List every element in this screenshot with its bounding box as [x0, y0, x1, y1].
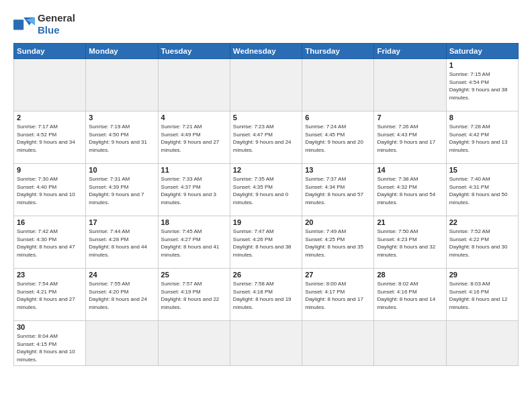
day-info: Sunrise: 7:19 AMSunset: 4:50 PMDaylight:…: [89, 123, 154, 154]
day-info: Sunrise: 7:24 AMSunset: 4:45 PMDaylight:…: [305, 123, 371, 154]
day-number: 10: [89, 166, 154, 174]
general-blue-icon: [13, 15, 35, 34]
calendar-day-cell: [374, 59, 446, 111]
day-info: Sunrise: 7:30 AMSunset: 4:40 PMDaylight:…: [17, 175, 83, 206]
day-info: Sunrise: 7:23 AMSunset: 4:47 PMDaylight:…: [233, 123, 299, 154]
day-info: Sunrise: 7:31 AMSunset: 4:39 PMDaylight:…: [89, 175, 154, 206]
day-number: 4: [161, 113, 227, 122]
calendar-day-cell: 6Sunrise: 7:24 AMSunset: 4:45 PMDaylight…: [302, 111, 374, 164]
calendar-day-cell: 17Sunrise: 7:44 AMSunset: 4:28 PMDayligh…: [86, 216, 158, 269]
day-number: 30: [17, 323, 83, 331]
calendar-day-cell: 14Sunrise: 7:38 AMSunset: 4:32 PMDayligh…: [374, 164, 446, 216]
calendar-day-cell: 18Sunrise: 7:45 AMSunset: 4:27 PMDayligh…: [158, 216, 230, 269]
day-info: Sunrise: 7:33 AMSunset: 4:37 PMDaylight:…: [161, 175, 227, 206]
calendar-day-cell: 8Sunrise: 7:28 AMSunset: 4:42 PMDaylight…: [446, 111, 518, 164]
calendar-day-cell: 9Sunrise: 7:30 AMSunset: 4:40 PMDaylight…: [14, 164, 86, 216]
calendar-day-cell: [158, 59, 230, 111]
calendar-day-cell: 10Sunrise: 7:31 AMSunset: 4:39 PMDayligh…: [86, 164, 158, 216]
day-number: 23: [17, 271, 83, 279]
weekday-header-cell: Tuesday: [158, 44, 230, 59]
day-number: 7: [377, 113, 443, 122]
calendar-day-cell: 1Sunrise: 7:15 AMSunset: 4:54 PMDaylight…: [446, 59, 518, 111]
day-number: 9: [17, 166, 83, 174]
day-info: Sunrise: 7:38 AMSunset: 4:32 PMDaylight:…: [377, 175, 443, 206]
calendar-day-cell: 27Sunrise: 8:00 AMSunset: 4:17 PMDayligh…: [302, 269, 374, 321]
day-info: Sunrise: 7:26 AMSunset: 4:43 PMDaylight:…: [377, 123, 443, 154]
day-info: Sunrise: 8:00 AMSunset: 4:17 PMDaylight:…: [305, 280, 371, 311]
calendar-day-cell: 19Sunrise: 7:47 AMSunset: 4:26 PMDayligh…: [230, 216, 302, 269]
day-info: Sunrise: 7:37 AMSunset: 4:34 PMDaylight:…: [305, 175, 371, 206]
day-info: Sunrise: 7:49 AMSunset: 4:25 PMDaylight:…: [305, 228, 371, 259]
calendar-day-cell: [446, 321, 518, 366]
calendar-day-cell: [14, 59, 86, 111]
day-number: 24: [89, 271, 154, 279]
calendar-day-cell: 20Sunrise: 7:49 AMSunset: 4:25 PMDayligh…: [302, 216, 374, 269]
calendar-day-cell: [158, 321, 230, 366]
calendar-day-cell: 16Sunrise: 7:42 AMSunset: 4:30 PMDayligh…: [14, 216, 86, 269]
day-info: Sunrise: 7:58 AMSunset: 4:18 PMDaylight:…: [233, 280, 299, 311]
logo-text: GeneralBlue: [38, 12, 75, 36]
calendar-day-cell: 13Sunrise: 7:37 AMSunset: 4:34 PMDayligh…: [302, 164, 374, 216]
day-info: Sunrise: 7:28 AMSunset: 4:42 PMDaylight:…: [449, 123, 515, 154]
day-info: Sunrise: 7:55 AMSunset: 4:20 PMDaylight:…: [89, 280, 154, 311]
day-number: 6: [305, 113, 371, 122]
weekday-header-cell: Sunday: [14, 44, 86, 59]
weekday-header-cell: Thursday: [302, 44, 374, 59]
calendar-day-cell: [302, 59, 374, 111]
day-number: 20: [305, 218, 371, 226]
calendar-day-cell: 24Sunrise: 7:55 AMSunset: 4:20 PMDayligh…: [86, 269, 158, 321]
day-number: 1: [449, 61, 515, 69]
day-number: 12: [233, 166, 299, 174]
calendar-table: SundayMondayTuesdayWednesdayThursdayFrid…: [13, 43, 519, 366]
day-number: 19: [233, 218, 299, 226]
calendar-body: 1Sunrise: 7:15 AMSunset: 4:54 PMDaylight…: [14, 59, 519, 366]
day-number: 2: [17, 113, 83, 122]
day-number: 13: [305, 166, 371, 174]
day-info: Sunrise: 7:50 AMSunset: 4:23 PMDaylight:…: [377, 228, 443, 259]
calendar-day-cell: 11Sunrise: 7:33 AMSunset: 4:37 PMDayligh…: [158, 164, 230, 216]
header: GeneralBlue: [13, 12, 519, 36]
page: GeneralBlue SundayMondayTuesdayWednesday…: [0, 0, 532, 411]
calendar-week-row: 1Sunrise: 7:15 AMSunset: 4:54 PMDaylight…: [14, 59, 519, 111]
day-number: 8: [449, 113, 515, 122]
day-info: Sunrise: 8:04 AMSunset: 4:15 PMDaylight:…: [17, 332, 83, 363]
svg-rect-0: [13, 19, 24, 30]
calendar-day-cell: 7Sunrise: 7:26 AMSunset: 4:43 PMDaylight…: [374, 111, 446, 164]
day-info: Sunrise: 7:21 AMSunset: 4:49 PMDaylight:…: [161, 123, 227, 154]
day-number: 5: [233, 113, 299, 122]
calendar-week-row: 9Sunrise: 7:30 AMSunset: 4:40 PMDaylight…: [14, 164, 519, 216]
calendar-day-cell: 25Sunrise: 7:57 AMSunset: 4:19 PMDayligh…: [158, 269, 230, 321]
day-info: Sunrise: 7:54 AMSunset: 4:21 PMDaylight:…: [17, 280, 83, 311]
calendar-day-cell: 28Sunrise: 8:02 AMSunset: 4:16 PMDayligh…: [374, 269, 446, 321]
calendar-week-row: 2Sunrise: 7:17 AMSunset: 4:52 PMDaylight…: [14, 111, 519, 164]
day-info: Sunrise: 7:15 AMSunset: 4:54 PMDaylight:…: [449, 71, 515, 101]
calendar-day-cell: 3Sunrise: 7:19 AMSunset: 4:50 PMDaylight…: [86, 111, 158, 164]
weekday-header-cell: Monday: [86, 44, 158, 59]
calendar-day-cell: 4Sunrise: 7:21 AMSunset: 4:49 PMDaylight…: [158, 111, 230, 164]
weekday-header-cell: Wednesday: [230, 44, 302, 59]
day-info: Sunrise: 7:40 AMSunset: 4:31 PMDaylight:…: [449, 175, 515, 206]
logo: GeneralBlue: [13, 12, 75, 36]
day-number: 3: [89, 113, 154, 122]
weekday-header-row: SundayMondayTuesdayWednesdayThursdayFrid…: [14, 44, 519, 59]
calendar-week-row: 30Sunrise: 8:04 AMSunset: 4:15 PMDayligh…: [14, 321, 519, 366]
calendar-day-cell: 21Sunrise: 7:50 AMSunset: 4:23 PMDayligh…: [374, 216, 446, 269]
day-number: 28: [377, 271, 443, 279]
calendar-day-cell: 26Sunrise: 7:58 AMSunset: 4:18 PMDayligh…: [230, 269, 302, 321]
calendar-day-cell: 22Sunrise: 7:52 AMSunset: 4:22 PMDayligh…: [446, 216, 518, 269]
calendar-day-cell: [230, 59, 302, 111]
day-number: 11: [161, 166, 227, 174]
day-number: 27: [305, 271, 371, 279]
day-number: 15: [449, 166, 515, 174]
day-info: Sunrise: 7:44 AMSunset: 4:28 PMDaylight:…: [89, 228, 154, 259]
day-number: 21: [377, 218, 443, 226]
day-number: 17: [89, 218, 154, 226]
calendar-day-cell: 15Sunrise: 7:40 AMSunset: 4:31 PMDayligh…: [446, 164, 518, 216]
day-number: 25: [161, 271, 227, 279]
day-info: Sunrise: 7:45 AMSunset: 4:27 PMDaylight:…: [161, 228, 227, 259]
day-info: Sunrise: 7:35 AMSunset: 4:35 PMDaylight:…: [233, 175, 299, 206]
calendar-week-row: 23Sunrise: 7:54 AMSunset: 4:21 PMDayligh…: [14, 269, 519, 321]
calendar-day-cell: [230, 321, 302, 366]
day-number: 26: [233, 271, 299, 279]
calendar-day-cell: 5Sunrise: 7:23 AMSunset: 4:47 PMDaylight…: [230, 111, 302, 164]
